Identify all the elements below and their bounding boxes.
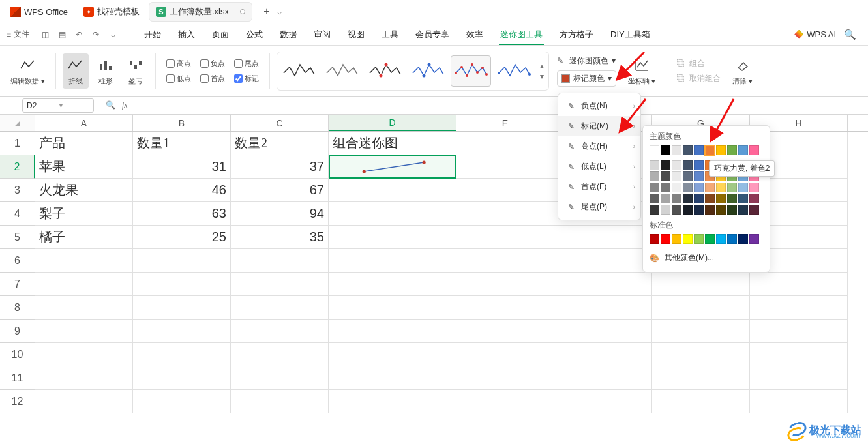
cell[interactable]	[133, 343, 231, 366]
color-swatch[interactable]	[672, 183, 681, 192]
style-4[interactable]	[408, 55, 448, 87]
cell[interactable]	[456, 273, 554, 296]
color-swatch[interactable]	[661, 145, 670, 155]
cell[interactable]	[652, 343, 750, 366]
menu-low-point[interactable]: ✎低点(L)›	[558, 156, 640, 177]
color-swatch[interactable]	[705, 234, 715, 244]
color-swatch[interactable]	[716, 205, 726, 215]
cell[interactable]	[35, 249, 133, 273]
style-2[interactable]	[322, 55, 362, 87]
color-swatch[interactable]	[705, 145, 715, 155]
menu-high-point[interactable]: ✎高点(H)›	[558, 136, 640, 156]
file-menu[interactable]: ≡文件	[3, 26, 33, 42]
cell[interactable]	[329, 390, 456, 413]
color-swatch[interactable]	[661, 171, 670, 181]
cell[interactable]	[554, 366, 652, 390]
cell[interactable]	[652, 390, 750, 413]
redo-icon[interactable]: ↷	[90, 29, 102, 40]
color-swatch[interactable]	[661, 234, 670, 244]
color-swatch[interactable]	[727, 194, 737, 203]
cell[interactable]	[35, 390, 133, 413]
color-swatch[interactable]	[727, 183, 737, 192]
color-swatch[interactable]	[694, 183, 704, 192]
cell[interactable]	[750, 296, 848, 320]
cell[interactable]	[456, 202, 554, 226]
cell[interactable]	[652, 273, 750, 296]
color-swatch[interactable]	[672, 160, 681, 170]
cell[interactable]	[554, 343, 652, 366]
row-2[interactable]: 2	[0, 155, 35, 179]
color-swatch[interactable]	[727, 145, 737, 155]
color-swatch[interactable]	[650, 145, 659, 155]
color-swatch[interactable]	[650, 183, 659, 192]
tab-ffgz[interactable]: 方方格子	[552, 25, 601, 44]
color-swatch[interactable]	[694, 205, 704, 215]
marker-color-button[interactable]: 标记颜色 ▾	[557, 70, 616, 87]
template-tab[interactable]: ✦ 找稻壳模板	[77, 3, 146, 21]
color-swatch[interactable]	[683, 234, 693, 244]
color-swatch[interactable]	[749, 234, 759, 244]
color-swatch[interactable]	[749, 183, 759, 192]
name-box[interactable]: D2▼	[22, 98, 94, 113]
cell[interactable]	[133, 366, 231, 390]
cell[interactable]	[456, 390, 554, 413]
cell[interactable]	[133, 390, 231, 413]
cell[interactable]	[329, 202, 456, 226]
color-swatch[interactable]	[672, 145, 681, 155]
axis-button[interactable]: 坐标轴 ▾	[624, 56, 659, 86]
chk-neg[interactable]: 负点	[200, 59, 225, 68]
color-swatch[interactable]	[727, 205, 737, 215]
color-swatch[interactable]	[727, 234, 737, 244]
color-swatch[interactable]	[683, 183, 693, 192]
color-swatch[interactable]	[694, 160, 704, 170]
tab-view[interactable]: 视图	[340, 25, 372, 44]
cell[interactable]	[231, 320, 329, 343]
cell[interactable]	[231, 249, 329, 273]
cell[interactable]	[329, 273, 456, 296]
tab-formula[interactable]: 公式	[238, 25, 271, 44]
color-swatch[interactable]	[738, 145, 748, 155]
cell-C2[interactable]: 37	[231, 155, 329, 179]
cell[interactable]	[750, 390, 848, 413]
cell[interactable]	[750, 273, 848, 296]
cell-B2[interactable]: 31	[133, 155, 231, 179]
color-swatch[interactable]	[650, 160, 659, 170]
cell[interactable]	[35, 366, 133, 390]
col-D[interactable]: D	[329, 115, 456, 131]
style-6[interactable]	[494, 55, 534, 87]
color-swatch[interactable]	[738, 194, 748, 203]
color-swatch[interactable]	[683, 160, 693, 170]
outline-icon[interactable]: ◫	[39, 29, 51, 40]
cell[interactable]	[554, 226, 652, 249]
cell[interactable]	[750, 366, 848, 390]
zoom-icon[interactable]: 🔍	[106, 100, 115, 110]
cell[interactable]	[554, 249, 652, 273]
tab-efficiency[interactable]: 效率	[458, 25, 491, 44]
cell-D1[interactable]: 组合迷你图	[329, 132, 456, 155]
color-swatch[interactable]	[694, 145, 704, 155]
cell[interactable]	[231, 343, 329, 366]
chk-first[interactable]: 首点	[200, 74, 225, 83]
col-B[interactable]: B	[133, 115, 231, 131]
tab-tools[interactable]: 工具	[374, 25, 406, 44]
color-swatch[interactable]	[650, 171, 659, 181]
cell-A4[interactable]: 梨子	[35, 202, 133, 226]
color-swatch[interactable]	[694, 234, 704, 244]
tab-page[interactable]: 页面	[204, 25, 237, 44]
dropdown-icon[interactable]: ⌵	[107, 29, 119, 40]
cell[interactable]	[133, 273, 231, 296]
color-swatch[interactable]	[705, 183, 715, 192]
gallery-more[interactable]: ▴▾	[537, 61, 547, 81]
cell[interactable]	[456, 226, 554, 249]
color-swatch[interactable]	[672, 205, 681, 215]
edit-data-button[interactable]: 编辑数据 ▾	[7, 53, 49, 89]
cell[interactable]	[231, 366, 329, 390]
cell[interactable]	[456, 296, 554, 320]
cell[interactable]	[329, 179, 456, 202]
cell[interactable]	[456, 366, 554, 390]
document-tab[interactable]: S 工作簿数量.xlsx	[149, 2, 252, 22]
chk-low[interactable]: 低点	[166, 74, 191, 83]
color-swatch[interactable]	[716, 194, 726, 203]
cell[interactable]	[35, 296, 133, 320]
tab-diy[interactable]: DIY工具箱	[603, 25, 658, 44]
